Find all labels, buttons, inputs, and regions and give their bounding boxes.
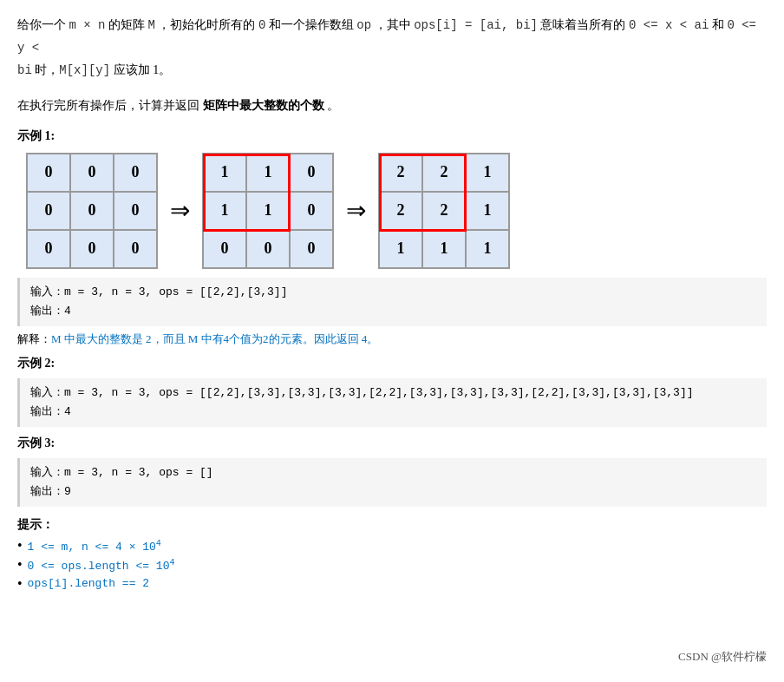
arrow1: ⇒ <box>170 196 190 225</box>
example3-section: 示例 3: 输入：m = 3, n = 3, ops = [] 输出：9 <box>17 436 767 507</box>
example2-block: 输入：m = 3, n = 3, ops = [[2,2],[3,3],[3,3… <box>17 378 767 427</box>
example1-explanation: 解释：M 中最大的整数是 2，而且 M 中有4个值为2的元素。因此返回 4。 <box>17 331 767 347</box>
acell-0-1: 2 <box>422 154 466 192</box>
ex2-input-label: 输入： <box>30 386 64 399</box>
mcell-1-1: 1 <box>246 192 290 230</box>
cell-0-0: 0 <box>27 154 70 192</box>
example2-title: 示例 2: <box>17 356 767 371</box>
desc-line2: 在执行完所有操作后，计算并返回 矩阵中最大整数的个数 。 <box>17 99 339 112</box>
hint-code-1: 1 <= m, n <= 4 × 104 <box>28 541 161 554</box>
matrix-after-wrapper: 2 2 1 2 2 1 1 1 1 <box>378 153 510 269</box>
acell-2-0: 1 <box>379 230 422 268</box>
hint-code-2: 0 <= ops.length <= 104 <box>28 560 175 573</box>
ex1-input-label: 输入： <box>30 285 64 298</box>
hint-item-2: • 0 <= ops.length <= 104 <box>17 557 767 573</box>
hints-section: 提示： • 1 <= m, n <= 4 × 104 • 0 <= ops.le… <box>17 517 767 592</box>
ex3-input-label: 输入： <box>30 466 64 479</box>
matrix-after: 2 2 1 2 2 1 1 1 1 <box>378 153 510 269</box>
acell-0-0: 2 <box>379 154 422 192</box>
cell-1-2: 0 <box>114 192 157 230</box>
cell-1-1: 0 <box>70 192 114 230</box>
hint-text-2: 0 <= ops.length <= 104 <box>28 557 175 572</box>
hints-title: 提示： <box>17 517 767 533</box>
acell-2-1: 1 <box>422 230 466 268</box>
desc-line1: 给你一个 m × n 的矩阵 M ，初始化时所有的 0 和一个操作数组 op ，… <box>17 18 756 54</box>
hint-code-3: ops[i].length == 2 <box>28 577 149 590</box>
mcell-1-2: 0 <box>290 192 333 230</box>
ex3-output-val: 9 <box>64 485 71 498</box>
desc-line1-cont: bi 时，M[x][y] 应该加 1。 <box>17 63 171 76</box>
matrix-after-grid: 2 2 1 2 2 1 1 1 1 <box>379 154 509 268</box>
example3-block: 输入：m = 3, n = 3, ops = [] 输出：9 <box>17 458 767 507</box>
cell-0-1: 0 <box>70 154 114 192</box>
cell-2-2: 0 <box>114 230 157 268</box>
mcell-0-0: 1 <box>203 154 246 192</box>
example3-title: 示例 3: <box>17 436 767 451</box>
acell-1-1: 2 <box>422 192 466 230</box>
example1-title: 示例 1: <box>17 128 767 144</box>
matrix-demo: 0 0 0 0 0 0 0 0 0 ⇒ 1 1 0 1 1 0 <box>26 153 767 269</box>
hint-item-1: • 1 <= m, n <= 4 × 104 <box>17 538 767 554</box>
ex1-explain-val: M 中最大的整数是 2，而且 M 中有4个值为2的元素。因此返回 4。 <box>51 332 378 345</box>
arrow2: ⇒ <box>346 196 366 225</box>
ex3-input-val: m = 3, n = 3, ops = [] <box>64 466 213 479</box>
ex1-input-val: m = 3, n = 3, ops = [[2,2],[3,3]] <box>64 285 287 298</box>
ex2-input-val: m = 3, n = 3, ops = [[2,2],[3,3],[3,3],[… <box>64 386 694 399</box>
ex2-output-val: 4 <box>64 405 71 418</box>
example2-section: 示例 2: 输入：m = 3, n = 3, ops = [[2,2],[3,3… <box>17 356 767 427</box>
ex1-explain-label: 解释： <box>17 332 51 345</box>
matrix-middle-grid: 1 1 0 1 1 0 0 0 0 <box>203 154 333 268</box>
acell-1-0: 2 <box>379 192 422 230</box>
hint-text-3: ops[i].length == 2 <box>28 576 149 590</box>
matrix-before: 0 0 0 0 0 0 0 0 0 <box>26 153 158 269</box>
ex2-output-label: 输出： <box>30 405 64 418</box>
cell-2-0: 0 <box>27 230 70 268</box>
matrix-middle-wrapper: 1 1 0 1 1 0 0 0 0 <box>202 153 334 269</box>
mcell-0-2: 0 <box>290 154 333 192</box>
mcell-2-2: 0 <box>290 230 333 268</box>
problem-description-line2: 在执行完所有操作后，计算并返回 矩阵中最大整数的个数 。 <box>17 95 767 116</box>
example1-block: 输入：m = 3, n = 3, ops = [[2,2],[3,3]] 输出：… <box>17 278 767 326</box>
hint-item-3: • ops[i].length == 2 <box>17 576 767 592</box>
ex1-output-label: 输出： <box>30 305 64 318</box>
mcell-0-1: 1 <box>246 154 290 192</box>
cell-0-2: 0 <box>114 154 157 192</box>
mcell-1-0: 1 <box>203 192 246 230</box>
bullet-3: • <box>17 576 23 592</box>
cell-2-1: 0 <box>70 230 114 268</box>
bullet-2: • <box>17 557 23 573</box>
acell-1-2: 1 <box>466 192 509 230</box>
matrix-before-grid: 0 0 0 0 0 0 0 0 0 <box>27 154 157 268</box>
ex3-output-label: 输出： <box>30 485 64 498</box>
bullet-1: • <box>17 538 23 554</box>
cell-1-0: 0 <box>27 192 70 230</box>
mcell-2-1: 0 <box>246 230 290 268</box>
ex1-output-val: 4 <box>64 305 71 318</box>
acell-0-2: 1 <box>466 154 509 192</box>
csdn-watermark: CSDN @软件柠檬 <box>678 649 767 665</box>
mcell-2-0: 0 <box>203 230 246 268</box>
problem-description: 给你一个 m × n 的矩阵 M ，初始化时所有的 0 和一个操作数组 op ，… <box>17 14 767 82</box>
example1-section: 示例 1: 0 0 0 0 0 0 0 0 0 ⇒ 1 1 <box>17 128 767 347</box>
hint-text-1: 1 <= m, n <= 4 × 104 <box>28 538 161 553</box>
matrix-middle: 1 1 0 1 1 0 0 0 0 <box>202 153 334 269</box>
acell-2-2: 1 <box>466 230 509 268</box>
